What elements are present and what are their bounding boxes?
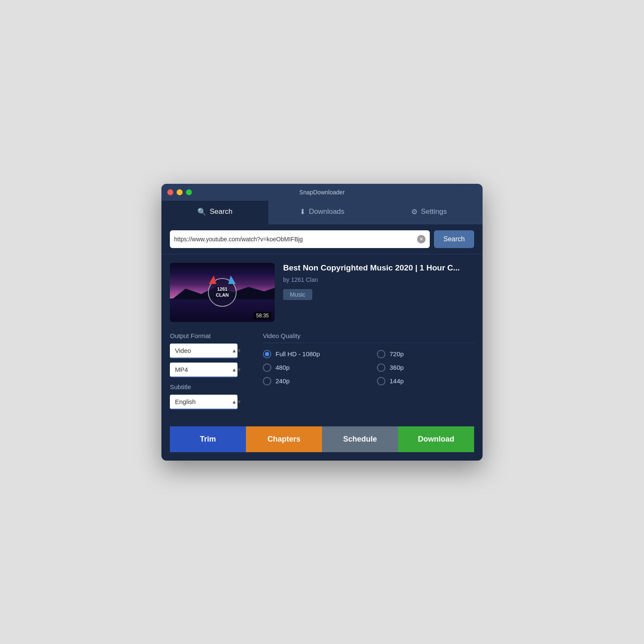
radio-144p-outer (377, 377, 385, 385)
subtitle-select-wrapper: English None Spanish French ▲▼ (170, 395, 246, 409)
quality-144p-label: 144p (390, 377, 404, 385)
logo-line2: CLAN (216, 292, 229, 298)
video-duration: 58:35 (254, 312, 271, 319)
quality-360p-label: 360p (390, 364, 404, 371)
downloads-tab-icon: ⬇ (300, 207, 306, 216)
quality-grid: Full HD - 1080p 720p 480p 360p (263, 347, 474, 385)
schedule-button[interactable]: Schedule (322, 426, 398, 452)
quality-240p-label: 240p (276, 377, 289, 385)
video-meta: Best Non Copyrighted Music 2020 | 1 Hour… (283, 263, 474, 322)
video-title: Best Non Copyrighted Music 2020 | 1 Hour… (283, 263, 474, 273)
chapters-button[interactable]: Chapters (246, 426, 322, 452)
tab-bar: 🔍 Search ⬇ Downloads ⚙ Settings (161, 201, 483, 224)
output-format-label: Output Format (170, 332, 246, 339)
channel-logo: 1261 CLAN (207, 277, 237, 308)
quality-480p[interactable]: 480p (263, 363, 360, 372)
radio-240p-outer (263, 377, 271, 385)
search-button[interactable]: Search (434, 230, 474, 248)
video-thumbnail: 1261 CLAN 58:35 (170, 263, 275, 322)
downloads-tab-label: Downloads (309, 207, 344, 216)
options-row: Output Format Video Audio MP3 ▲▼ MP4 MKV… (170, 332, 474, 414)
quality-144p[interactable]: 144p (377, 377, 474, 385)
output-format-group: Output Format Video Audio MP3 ▲▼ MP4 MKV… (170, 332, 246, 414)
radio-720p-outer (377, 350, 385, 358)
traffic-lights (167, 189, 192, 195)
main-content: 1261 CLAN 58:35 Best Non Copyrighted Mus… (161, 254, 483, 461)
maximize-button[interactable] (186, 189, 192, 195)
url-input-wrapper: ✕ (170, 230, 430, 248)
format-select[interactable]: Video Audio MP3 (170, 344, 237, 358)
radio-480p-outer (263, 363, 271, 372)
subtitle-label: Subtitle (170, 383, 246, 390)
bottom-bar: Trim Chapters Schedule Download (170, 426, 474, 452)
quality-240p[interactable]: 240p (263, 377, 360, 385)
search-tab-label: Search (210, 207, 232, 216)
settings-tab-icon: ⚙ (411, 207, 418, 216)
download-button[interactable]: Download (398, 426, 474, 452)
close-button[interactable] (167, 189, 173, 195)
quality-720p[interactable]: 720p (377, 350, 474, 358)
radio-360p-outer (377, 363, 385, 372)
clear-button[interactable]: ✕ (417, 235, 426, 243)
search-bar: ✕ Search (161, 224, 483, 254)
video-info: 1261 CLAN 58:35 Best Non Copyrighted Mus… (170, 263, 474, 322)
container-select[interactable]: MP4 MKV AVI MOV (170, 363, 237, 377)
search-tab-icon: 🔍 (197, 207, 206, 216)
minimize-button[interactable] (177, 189, 183, 195)
quality-720p-label: 720p (390, 350, 404, 357)
app-title: SnapDownloader (299, 189, 344, 196)
container-select-wrapper: MP4 MKV AVI MOV ▲▼ (170, 363, 246, 377)
tab-downloads[interactable]: ⬇ Downloads (268, 201, 375, 224)
tab-search[interactable]: 🔍 Search (161, 201, 268, 224)
logo-line1: 1261 (216, 287, 229, 292)
quality-1080p[interactable]: Full HD - 1080p (263, 350, 360, 358)
video-quality-group: Video Quality Full HD - 1080p 720p (263, 332, 474, 414)
tab-settings[interactable]: ⚙ Settings (376, 201, 483, 224)
trim-button[interactable]: Trim (170, 426, 246, 452)
quality-480p-label: 480p (276, 364, 289, 371)
subtitle-select[interactable]: English None Spanish French (170, 395, 237, 409)
url-input[interactable] (174, 236, 417, 243)
quality-360p[interactable]: 360p (377, 363, 474, 372)
settings-tab-label: Settings (421, 207, 447, 216)
format-select-wrapper: Video Audio MP3 ▲▼ (170, 344, 246, 358)
radio-1080p-inner (265, 352, 269, 356)
video-channel: by 1261 Clan (283, 276, 474, 283)
video-quality-label: Video Quality (263, 332, 474, 343)
app-window: SnapDownloader 🔍 Search ⬇ Downloads ⚙ Se… (161, 184, 483, 461)
radio-1080p-outer (263, 350, 271, 358)
video-tag: Music (283, 289, 312, 300)
quality-1080p-label: Full HD - 1080p (276, 350, 320, 357)
titlebar: SnapDownloader (161, 184, 483, 201)
